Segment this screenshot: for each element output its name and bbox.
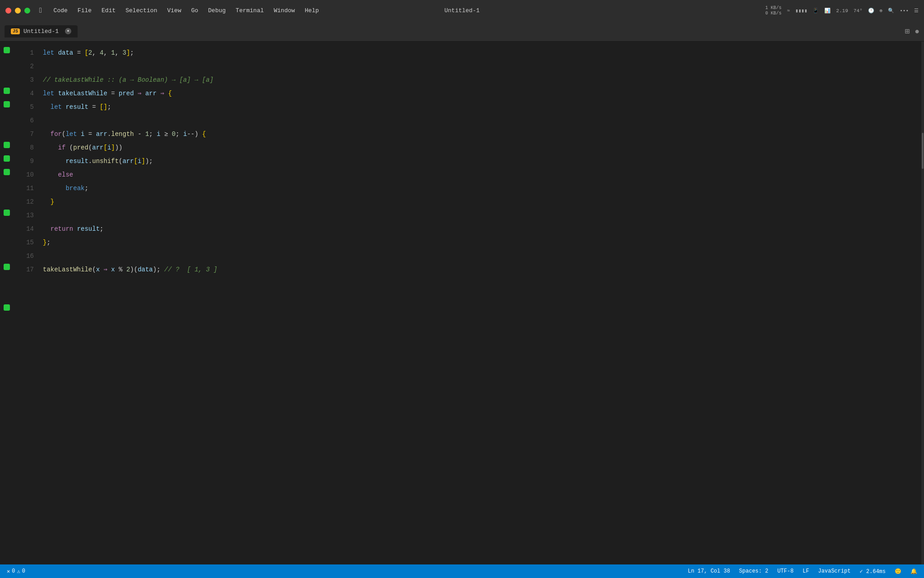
bp-4[interactable] xyxy=(4,88,10,94)
performance: ✓ 2.64ms xyxy=(859,568,886,575)
version-label: 2.19 xyxy=(836,8,848,14)
menu-bar:  Code File Edit Selection View Go Debug… xyxy=(39,5,765,16)
traffic-lights xyxy=(5,8,30,14)
code-line-7: for(let i = arr.length - 1; i ≥ 0; i--) … xyxy=(43,127,924,141)
titlebar-right: 1 KB/s0 KB/s ≈ ▮▮▮▮ 📱 📊 2.19 74° 🕐 ⊕ 🔍 •… xyxy=(765,5,919,16)
code-content[interactable]: let data = [2, 4, 1, 3]; // takeLastWhil… xyxy=(41,46,924,564)
bp-17[interactable] xyxy=(4,304,10,311)
phone-icon: 📱 xyxy=(813,8,819,14)
list-icon: ☰ xyxy=(914,8,919,14)
maximize-button[interactable] xyxy=(24,8,30,14)
code-line-11: break; xyxy=(43,182,924,195)
bp-8[interactable] xyxy=(4,155,10,162)
scrollbar-thumb[interactable] xyxy=(922,133,924,169)
bp-1[interactable] xyxy=(4,47,10,53)
language-mode[interactable]: JavaScript xyxy=(818,568,850,574)
line-numbers: 1 2 3 4 5 6 7 8 9 10 11 12 13 14 15 16 1… xyxy=(14,46,41,564)
tab-title: Untitled-1 xyxy=(23,28,59,35)
warning-number: 0 xyxy=(22,568,25,574)
temperature-label: 74° xyxy=(854,8,863,14)
code-line-1: let data = [2, 4, 1, 3]; xyxy=(43,46,924,60)
more-icon: ••• xyxy=(900,8,909,14)
network-speed: 1 KB/s0 KB/s xyxy=(765,5,781,16)
menu-window[interactable]: Window xyxy=(269,5,300,16)
smiley-icon: 🙂 xyxy=(895,568,901,575)
statusbar-right: Ln 17, Col 38 Spaces: 2 UTF-8 LF JavaScr… xyxy=(688,568,917,575)
code-line-2 xyxy=(43,60,924,73)
code-line-10: else xyxy=(43,168,924,182)
menu-debug[interactable]: Debug xyxy=(203,5,230,16)
code-line-4: let takeLastWhile = pred ⇒ arr ⇒ { xyxy=(43,87,924,100)
code-area: 1 2 3 4 5 6 7 8 9 10 11 12 13 14 15 16 1… xyxy=(0,42,924,564)
editor-tab[interactable]: JS Untitled-1 ● xyxy=(5,25,78,37)
tabbar: JS Untitled-1 ● ⊞ ● xyxy=(0,21,924,42)
apple-logo:  xyxy=(39,7,44,15)
layout-toggle[interactable]: ⊞ ● xyxy=(905,26,919,36)
encoding[interactable]: UTF-8 xyxy=(777,568,794,574)
error-icon: ✕ xyxy=(7,568,10,575)
menu-file[interactable]: File xyxy=(73,5,96,16)
battery-icon: ▮▮▮▮ xyxy=(795,8,808,14)
statusbar: ✕ 0 ⚠ 0 Ln 17, Col 38 Spaces: 2 UTF-8 LF… xyxy=(0,564,924,578)
line-ending[interactable]: LF xyxy=(803,568,809,574)
tab-close-button[interactable]: ● xyxy=(65,28,71,34)
error-count[interactable]: ✕ 0 ⚠ 0 xyxy=(7,568,25,575)
code-line-16 xyxy=(43,249,924,263)
wifi2-icon: ⊕ xyxy=(880,8,883,14)
code-line-17: takeLastWhile(x ⇒ x % 2)(data); // ? [ 1… xyxy=(43,263,924,276)
minimize-button[interactable] xyxy=(15,8,21,14)
code-line-14: return result; xyxy=(43,222,924,236)
editor: 1 2 3 4 5 6 7 8 9 10 11 12 13 14 15 16 1… xyxy=(0,42,924,564)
scrollbar[interactable] xyxy=(921,42,924,564)
code-line-5: let result = []; xyxy=(43,100,924,114)
breakpoints-column xyxy=(0,46,14,564)
performance-icon: 📊 xyxy=(824,8,831,14)
menu-view[interactable]: View xyxy=(162,5,185,16)
clock-icon: 🕐 xyxy=(868,8,874,14)
wifi-icon: ≈ xyxy=(787,8,790,14)
cursor-position[interactable]: Ln 17, Col 38 xyxy=(688,568,730,574)
window-title: Untitled-1 xyxy=(444,7,480,14)
titlebar:  Code File Edit Selection View Go Debug… xyxy=(0,0,924,21)
js-badge: JS xyxy=(11,28,20,34)
code-line-9: result.unshift(arr[i]); xyxy=(43,154,924,168)
code-line-12: } xyxy=(43,195,924,209)
menu-edit[interactable]: Edit xyxy=(97,5,120,16)
menu-code[interactable]: Code xyxy=(49,5,72,16)
code-line-8: if (pred(arr[i])) xyxy=(43,141,924,154)
bp-14[interactable] xyxy=(4,264,10,270)
menu-go[interactable]: Go xyxy=(187,5,203,16)
menu-terminal[interactable]: Terminal xyxy=(231,5,268,16)
code-line-6 xyxy=(43,114,924,127)
bp-7[interactable] xyxy=(4,142,10,148)
close-button[interactable] xyxy=(5,8,11,14)
error-number: 0 xyxy=(12,568,15,574)
menu-help[interactable]: Help xyxy=(300,5,323,16)
code-line-13 xyxy=(43,209,924,222)
notification-icon: 🔔 xyxy=(910,568,917,575)
indentation[interactable]: Spaces: 2 xyxy=(739,568,768,574)
menu-selection[interactable]: Selection xyxy=(121,5,162,16)
code-line-3: // takeLastWhile :: (a → Boolean) → [a] … xyxy=(43,73,924,87)
warning-icon: ⚠ xyxy=(17,568,20,575)
bp-5[interactable] xyxy=(4,101,10,107)
finder-icon: 🔍 xyxy=(888,8,894,14)
code-line-15: }; xyxy=(43,236,924,249)
bp-11[interactable] xyxy=(4,210,10,216)
bp-9[interactable] xyxy=(4,169,10,175)
